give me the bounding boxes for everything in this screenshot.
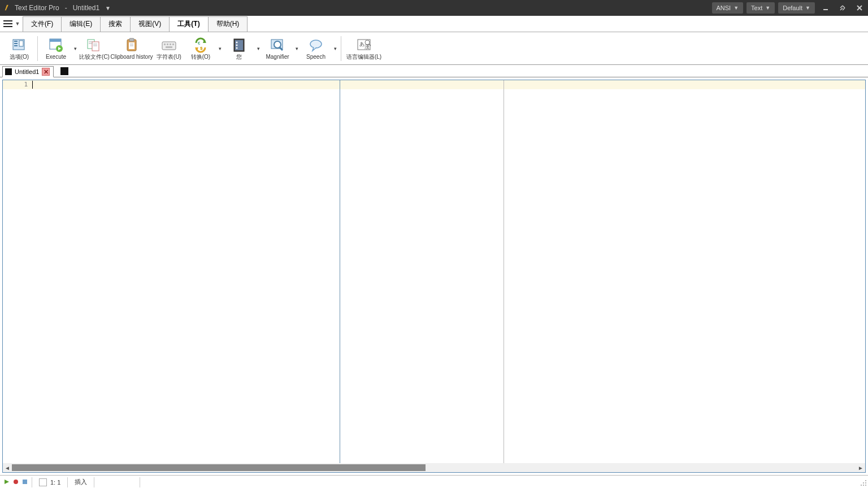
convert-icon: €$ xyxy=(193,37,209,53)
svg-rect-9 xyxy=(14,45,18,46)
status-doc-cell: 1: 1 xyxy=(32,478,67,486)
clipboard-icon xyxy=(124,37,140,53)
language-icon: あ漢 xyxy=(356,37,372,53)
magnifier-dropdown[interactable]: ▾ xyxy=(293,34,300,63)
document-tab[interactable]: Untitled1 ✕ xyxy=(2,66,54,77)
status-bar: 1: 1 插入 xyxy=(0,475,868,488)
menu-file[interactable]: 文件(F) xyxy=(23,16,62,32)
svg-rect-48 xyxy=(23,480,27,484)
scroll-track[interactable] xyxy=(12,463,856,472)
svg-point-54 xyxy=(865,485,866,486)
app-title: Text Editor Pro xyxy=(15,4,59,12)
svg-rect-21 xyxy=(129,38,134,41)
svg-point-47 xyxy=(14,480,18,484)
title-dropdown-icon[interactable]: ▼ xyxy=(105,5,111,11)
svg-point-50 xyxy=(863,482,864,483)
svg-rect-26 xyxy=(164,43,166,45)
svg-point-35 xyxy=(236,41,238,43)
svg-point-51 xyxy=(865,482,866,483)
speech-icon xyxy=(308,37,324,53)
svg-point-37 xyxy=(236,47,238,49)
resize-grip[interactable] xyxy=(858,477,868,487)
svg-point-39 xyxy=(274,41,281,48)
menu-search[interactable]: 搜索 xyxy=(100,16,131,32)
cursor-position: 1: 1 xyxy=(50,479,60,486)
svg-text:$: $ xyxy=(200,46,203,51)
svg-text:あ: あ xyxy=(359,41,364,47)
macro-stop-icon[interactable] xyxy=(21,478,28,486)
compare-button[interactable]: 比较文件(C) xyxy=(79,34,110,63)
text-caret xyxy=(32,81,33,89)
menu-view[interactable]: 视图(V) xyxy=(130,16,170,32)
charmap-button[interactable]: 字符表(U) xyxy=(153,34,185,63)
svg-point-49 xyxy=(865,480,866,481)
svg-rect-25 xyxy=(162,42,176,50)
column-guide-1 xyxy=(340,80,340,472)
sort-dropdown[interactable]: ▾ xyxy=(255,34,262,63)
chevron-down-icon: ▼ xyxy=(15,21,20,27)
options-button[interactable]: 选项(O) xyxy=(3,34,35,63)
svg-point-53 xyxy=(863,485,864,486)
svg-rect-12 xyxy=(50,39,61,42)
menu-edit[interactable]: 编辑(E) xyxy=(61,16,101,32)
speech-button[interactable]: Speech xyxy=(300,34,332,63)
scroll-left-button[interactable]: ◄ xyxy=(3,463,12,472)
macro-record-icon[interactable] xyxy=(12,478,19,486)
encoding-dropdown[interactable]: ANSI▼ xyxy=(712,2,744,14)
compare-icon xyxy=(86,37,102,53)
sort-button[interactable]: 您 xyxy=(223,34,255,63)
svg-rect-15 xyxy=(92,42,99,51)
editor-frame: 1 ◄ ► xyxy=(2,80,866,473)
document-icon xyxy=(39,478,47,486)
svg-rect-8 xyxy=(14,43,18,44)
scroll-thumb[interactable] xyxy=(12,464,426,471)
language-editor-button[interactable]: あ漢 语言编辑器(L) xyxy=(344,34,384,63)
hamburger-menu[interactable]: ▼ xyxy=(2,17,20,30)
separator xyxy=(37,36,38,61)
tab-close-button[interactable]: ✕ xyxy=(42,68,50,76)
horizontal-scrollbar[interactable]: ◄ ► xyxy=(3,463,865,472)
convert-button[interactable]: €$ 转换(O) xyxy=(185,34,216,63)
svg-text:漢: 漢 xyxy=(364,44,370,50)
options-icon xyxy=(11,37,27,53)
speech-dropdown[interactable]: ▾ xyxy=(332,34,338,63)
line-number: 1 xyxy=(3,80,31,89)
macro-play-icon[interactable] xyxy=(3,478,10,486)
magnifier-button[interactable]: Magnifier xyxy=(262,34,293,63)
close-button[interactable] xyxy=(853,2,866,14)
column-guide-2 xyxy=(504,80,504,472)
insert-mode[interactable]: 插入 xyxy=(68,478,94,486)
clipboard-history-button[interactable]: Clipboard history xyxy=(110,34,153,63)
convert-dropdown[interactable]: ▾ xyxy=(216,34,223,63)
theme-dropdown[interactable]: Default▼ xyxy=(778,2,815,14)
minimize-button[interactable] xyxy=(819,2,832,14)
new-tab-button[interactable] xyxy=(60,67,68,75)
svg-point-52 xyxy=(861,485,862,486)
svg-rect-7 xyxy=(14,41,18,42)
ribbon: ▼ 文件(F) 编辑(E) 搜索 视图(V) 工具(T) 帮助(H) 选项(O)… xyxy=(0,16,868,65)
svg-rect-28 xyxy=(170,43,171,45)
separator xyxy=(341,36,341,61)
menu-tools[interactable]: 工具(T) xyxy=(169,16,208,32)
document-tab-label: Untitled1 xyxy=(15,68,39,75)
sort-icon xyxy=(231,37,247,53)
menu-help[interactable]: 帮助(H) xyxy=(208,16,248,32)
document-tab-bar: Untitled1 ✕ xyxy=(0,65,868,77)
title-doc[interactable]: Untitled1 xyxy=(73,4,99,12)
svg-rect-30 xyxy=(166,46,172,48)
text-editor[interactable] xyxy=(31,80,865,472)
scroll-right-button[interactable]: ► xyxy=(856,463,865,472)
svg-rect-10 xyxy=(19,41,23,46)
execute-button[interactable]: Execute xyxy=(40,34,72,63)
doc-modified-icon xyxy=(5,68,12,75)
title-sep: - xyxy=(65,4,67,12)
magnifier-icon xyxy=(270,37,285,53)
editor-area: 1 ◄ ► xyxy=(0,77,868,475)
filetype-dropdown[interactable]: Text▼ xyxy=(747,2,775,14)
maximize-button[interactable] xyxy=(836,2,849,14)
gutter: 1 xyxy=(3,80,31,472)
toolbar: 选项(O) Execute ▾ 比较文件(C) Clipboard histor… xyxy=(0,32,868,64)
app-icon xyxy=(3,4,11,12)
menu-bar: ▼ 文件(F) 编辑(E) 搜索 视图(V) 工具(T) 帮助(H) xyxy=(0,16,868,32)
execute-dropdown[interactable]: ▾ xyxy=(72,34,79,63)
